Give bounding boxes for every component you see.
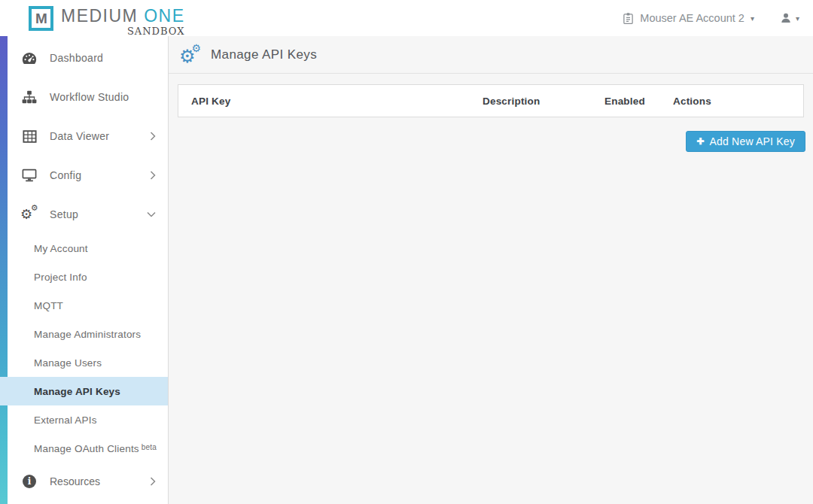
page-title: Manage API Keys (211, 47, 317, 62)
user-menu[interactable]: ▾ (780, 12, 799, 24)
brand-subtitle: SANDBOX (127, 26, 185, 37)
sidebar-item-external-apis[interactable]: External APIs (0, 405, 168, 434)
sidebar-item-manage-oauth-clients[interactable]: Manage OAuth Clients beta (0, 434, 168, 463)
column-api-key: API Key (178, 96, 483, 107)
topbar-right: Mouser AE Account 2 ▾ ▾ (623, 0, 813, 36)
column-description: Description (483, 96, 604, 107)
top-bar: M MEDIUM ONE SANDBOX Mouser AE Account 2… (0, 0, 813, 36)
caret-down-icon: ▾ (796, 14, 799, 23)
account-selector[interactable]: Mouser AE Account 2 ▾ (623, 12, 754, 25)
clipboard-icon (623, 12, 634, 25)
sidebar-item-my-account[interactable]: My Account (0, 234, 168, 263)
beta-badge: beta (142, 443, 157, 451)
sidebar-item-label: Resources (50, 475, 100, 487)
user-icon (780, 12, 792, 24)
sub-item-label: Manage Administrators (34, 329, 141, 340)
chevron-right-icon (150, 477, 156, 486)
medium-one-logo-icon: M (29, 6, 53, 31)
sidebar-item-label: Workflow Studio (50, 91, 129, 103)
sidebar-item-workflow-studio[interactable]: Workflow Studio (0, 77, 168, 117)
sitemap-icon (21, 89, 38, 105)
sidebar-item-setup[interactable]: ⚙ ⚙ Setup (0, 195, 168, 234)
caret-down-icon: ▾ (751, 14, 754, 23)
chevron-down-icon (147, 211, 156, 217)
sub-item-label: My Account (34, 243, 88, 254)
sidebar-item-mqtt[interactable]: MQTT (0, 291, 168, 320)
plus-icon: ✚ (696, 136, 704, 147)
sidebar-item-resources[interactable]: i Resources (0, 463, 168, 500)
sidebar-item-label: Setup (50, 208, 78, 220)
sub-item-label: Project Info (34, 272, 87, 283)
actions-row: ✚ Add New API Key (169, 131, 813, 152)
api-keys-table-header: API Key Description Enabled Actions (178, 84, 804, 117)
sidebar-item-manage-api-keys[interactable]: Manage API Keys (0, 377, 168, 405)
brand-name-accent: ONE (144, 6, 184, 26)
desktop-icon (21, 167, 38, 184)
account-label: Mouser AE Account 2 (640, 12, 744, 24)
sub-item-label: MQTT (34, 300, 63, 311)
sidebar-item-config[interactable]: Config (0, 156, 168, 195)
sidebar-item-label: Dashboard (50, 52, 103, 64)
brand-text: MEDIUM ONE SANDBOX (61, 6, 185, 37)
brand-logo[interactable]: M MEDIUM ONE SANDBOX (29, 6, 185, 37)
dashboard-icon (21, 50, 38, 66)
sidebar-item-label: Config (50, 169, 81, 181)
brand-name-primary: MEDIUM (61, 6, 138, 26)
cogs-icon: ⚙ ⚙ (21, 206, 38, 223)
table-icon (21, 128, 38, 144)
add-button-label: Add New API Key (709, 135, 795, 147)
sub-item-label: Manage Users (34, 357, 102, 369)
add-new-api-key-button[interactable]: ✚ Add New API Key (686, 131, 805, 152)
column-enabled: Enabled (604, 96, 673, 107)
sub-item-label: Manage OAuth Clients (34, 443, 139, 454)
info-icon: i (21, 473, 38, 490)
main-content: ⚙ ⚙ Manage API Keys API Key Description … (169, 36, 813, 504)
column-actions: Actions (673, 96, 803, 107)
sidebar-item-project-info[interactable]: Project Info (0, 263, 168, 291)
sub-item-label: External APIs (34, 414, 97, 426)
sidebar-item-label: Data Viewer (50, 130, 109, 142)
sidebar: Dashboard (0, 36, 169, 504)
sub-item-label: Manage API Keys (34, 386, 120, 397)
page-header: ⚙ ⚙ Manage API Keys (169, 36, 813, 74)
chevron-right-icon (150, 171, 156, 180)
logo-letter: M (35, 11, 47, 27)
sidebar-nav: Dashboard (0, 36, 168, 500)
setup-submenu: My Account Project Info MQTT Manage Admi… (0, 234, 168, 463)
app-shell: Dashboard (0, 36, 813, 504)
brand-name: MEDIUM ONE (61, 6, 185, 26)
sidebar-item-dashboard[interactable]: Dashboard (0, 38, 168, 77)
sidebar-item-manage-users[interactable]: Manage Users (0, 348, 168, 377)
sidebar-item-data-viewer[interactable]: Data Viewer (0, 117, 168, 156)
gears-icon: ⚙ ⚙ (179, 44, 202, 65)
chevron-right-icon (150, 132, 156, 141)
sidebar-item-manage-administrators[interactable]: Manage Administrators (0, 320, 168, 348)
